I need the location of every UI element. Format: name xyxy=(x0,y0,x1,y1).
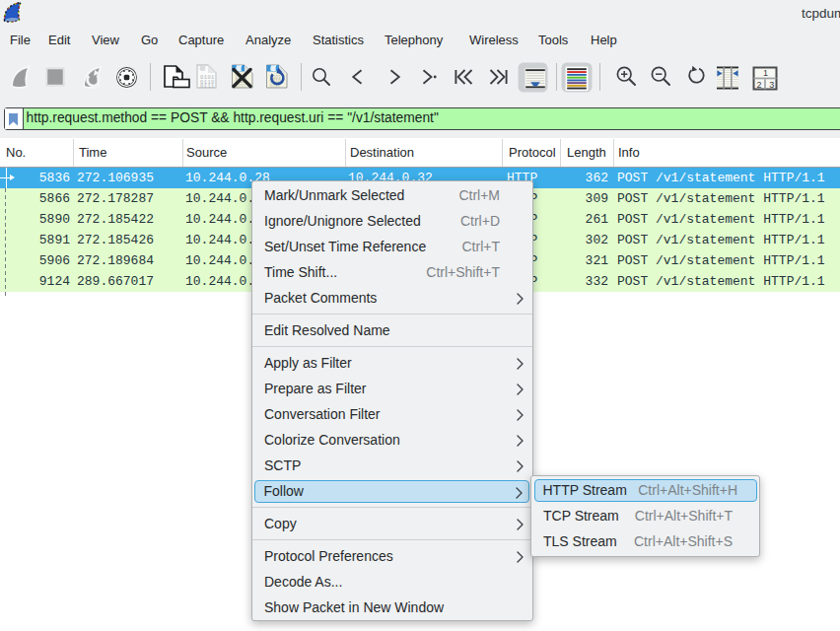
svg-text:2: 2 xyxy=(756,80,761,90)
svg-text:1: 1 xyxy=(763,68,768,78)
svg-text:3: 3 xyxy=(769,80,774,90)
svg-text:0111: 0111 xyxy=(200,83,215,90)
